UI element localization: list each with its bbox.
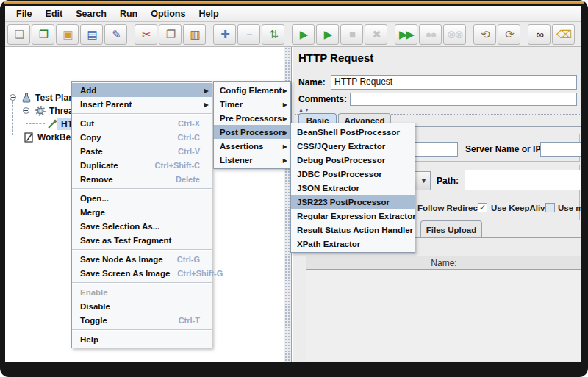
menu-item-copy[interactable]: CopyCtrl-C bbox=[72, 130, 212, 144]
window-title-stripe bbox=[4, 1, 584, 4]
submenu-item-xpath-extractor[interactable]: XPath Extractor bbox=[291, 237, 415, 251]
server-name-input[interactable] bbox=[540, 142, 581, 157]
submenu-item-timer[interactable]: Timer bbox=[214, 97, 290, 111]
menu-run[interactable]: Run bbox=[113, 7, 144, 21]
path-label: Path: bbox=[437, 176, 459, 186]
menu-item-save-node-as-image[interactable]: Save Node As ImageCtrl-G bbox=[72, 252, 212, 266]
tree-node-test-plan[interactable]: Test Plan bbox=[21, 91, 74, 104]
menu-item-disable[interactable]: Disable bbox=[72, 299, 212, 313]
open-file-button[interactable]: ▣ bbox=[56, 24, 79, 45]
remote-start-all-button[interactable]: ▶▶ bbox=[395, 24, 417, 45]
stop-button[interactable]: ■ bbox=[340, 24, 363, 45]
menu-separator bbox=[72, 280, 212, 285]
tree-expand-knob[interactable] bbox=[23, 107, 29, 114]
templates-button[interactable]: ❒ bbox=[32, 24, 54, 45]
submenu-item-result-status-action-handler[interactable]: Result Status Action Handler bbox=[291, 223, 415, 237]
expand-all-button[interactable]: ✚ bbox=[213, 24, 236, 45]
collapse-all-button[interactable]: − bbox=[237, 24, 260, 45]
start-no-pauses-button[interactable]: ▶ bbox=[316, 24, 339, 45]
submenu-item-listener[interactable]: Listener bbox=[214, 153, 290, 167]
menu-item-enable[interactable]: Enable bbox=[72, 285, 212, 299]
menu-item-duplicate[interactable]: DuplicateCtrl+Shift-C bbox=[72, 158, 212, 172]
submenu-item-json-extractor[interactable]: JSON Extractor bbox=[291, 181, 415, 195]
name-input[interactable]: HTTP Request bbox=[331, 75, 577, 90]
menu-item-toggle[interactable]: ToggleCtrl-T bbox=[72, 313, 212, 327]
start-button[interactable]: ▶ bbox=[292, 24, 315, 45]
shutdown-button[interactable]: ✖ bbox=[365, 24, 387, 45]
submenu-item-post-processors[interactable]: Post Processors bbox=[214, 125, 290, 139]
tab-files-upload[interactable]: Files Upload bbox=[420, 220, 482, 238]
split-arrows-icon[interactable]: ▲▼ bbox=[298, 107, 310, 112]
tree-expand-knob[interactable] bbox=[10, 94, 16, 101]
menu-item-paste[interactable]: PasteCtrl-V bbox=[72, 144, 212, 158]
clear-button[interactable]: ⟲ bbox=[473, 24, 496, 45]
menu-options[interactable]: Options bbox=[144, 7, 192, 21]
toolbar-icon: ⌫ bbox=[556, 29, 570, 40]
chevron-down-icon: ▼ bbox=[420, 177, 427, 184]
submenu-item-css-jquery-extractor[interactable]: CSS/JQuery Extractor bbox=[291, 139, 415, 153]
copy-button[interactable]: ❐ bbox=[159, 24, 182, 45]
save-button[interactable]: ▤ bbox=[80, 24, 103, 45]
menu-edit[interactable]: Edit bbox=[39, 7, 70, 21]
submenu-item-assertions[interactable]: Assertions bbox=[214, 139, 290, 153]
submenu-item-jdbc-postprocessor[interactable]: JDBC PostProcessor bbox=[291, 167, 415, 181]
use-keepalive-label: Use KeepAlive bbox=[491, 204, 550, 212]
application-area: File Edit Search Run Options Help ❏ ❒ bbox=[5, 6, 581, 362]
toolbar-icon: ●● bbox=[425, 29, 435, 40]
use-keepalive-checkbox[interactable]: ✓ bbox=[478, 203, 487, 212]
thread-group-gear-icon bbox=[35, 105, 46, 117]
remote-stop-all-button[interactable]: ●● bbox=[419, 24, 442, 45]
tree-node-label: Test Plan bbox=[35, 93, 74, 103]
menu-item-save-selection-as[interactable]: Save Selection As... bbox=[72, 219, 212, 233]
use-multipart-checkbox[interactable] bbox=[545, 203, 555, 212]
submenu-item-pre-processors[interactable]: Pre Processors bbox=[214, 111, 290, 125]
menu-item-insert-parent[interactable]: Insert Parent bbox=[72, 97, 212, 111]
submenu-item-beanshell-postprocessor[interactable]: BeanShell PostProcessor bbox=[291, 125, 415, 139]
paste-button[interactable]: ▥ bbox=[183, 24, 206, 45]
menu-help[interactable]: Help bbox=[192, 7, 225, 21]
search-reset-button[interactable]: ⌫ bbox=[552, 24, 575, 45]
menu-item-save-screen-as-image[interactable]: Save Screen As ImageCtrl+Shift-G bbox=[72, 266, 212, 280]
files-table-body[interactable] bbox=[306, 270, 581, 361]
toolbar-icon: ⟳ bbox=[505, 29, 513, 40]
toolbar-separator bbox=[129, 24, 133, 45]
menu-item-cut[interactable]: CutCtrl-X bbox=[72, 116, 212, 130]
jmeter-window: File Edit Search Run Options Help ❏ ❒ bbox=[0, 0, 588, 377]
comments-label: Comments: bbox=[298, 94, 347, 104]
menu-item-open[interactable]: Open... bbox=[72, 191, 212, 205]
submenu-item-jsr223-postprocessor[interactable]: JSR223 PostProcessor bbox=[291, 195, 415, 209]
toolbar-icon: ▶▶ bbox=[399, 29, 413, 40]
menu-item-save-as-test-fragment[interactable]: Save as Test Fragment bbox=[72, 233, 212, 247]
menu-item-merge[interactable]: Merge bbox=[72, 205, 212, 219]
submenu-item-regular-expression-extractor[interactable]: Regular Expression Extractor bbox=[291, 209, 415, 223]
remote-shutdown-all-button[interactable]: ⊗⊗ bbox=[443, 24, 466, 45]
toolbar-icon: ∞ bbox=[536, 29, 542, 40]
menubar: File Edit Search Run Options Help bbox=[5, 6, 581, 22]
toolbar-icon: ▣ bbox=[62, 29, 71, 40]
cut-button[interactable]: ✂ bbox=[135, 24, 157, 45]
menu-file[interactable]: File bbox=[10, 7, 39, 21]
workbench-notepad-icon bbox=[23, 132, 35, 143]
comments-input[interactable] bbox=[350, 93, 577, 106]
menu-item-add[interactable]: Add bbox=[72, 83, 212, 97]
toolbar-icon: − bbox=[246, 29, 251, 40]
search-button[interactable]: ∞ bbox=[528, 24, 551, 45]
clear-all-button[interactable]: ⟳ bbox=[498, 24, 520, 45]
toolbar-icon: ❐ bbox=[166, 29, 174, 40]
toolbar-icon: ⇅ bbox=[269, 29, 277, 40]
toolbar-icon: ❏ bbox=[15, 29, 23, 40]
path-input[interactable] bbox=[465, 170, 581, 190]
new-file-button[interactable]: ❏ bbox=[7, 24, 30, 45]
submenu-item-config-element[interactable]: Config Element bbox=[214, 83, 290, 97]
toggle-button[interactable]: ⇅ bbox=[262, 24, 284, 45]
test-plan-flask-icon bbox=[21, 92, 32, 104]
menu-item-help[interactable]: Help bbox=[72, 332, 212, 346]
submenu-item-debug-postprocessor[interactable]: Debug PostProcessor bbox=[291, 153, 415, 167]
menu-separator bbox=[72, 186, 212, 191]
menu-search[interactable]: Search bbox=[69, 7, 113, 21]
toolbar-separator bbox=[467, 24, 472, 45]
files-table-header-name: Name: bbox=[431, 258, 456, 268]
menu-item-remove[interactable]: RemoveDelete bbox=[72, 172, 212, 186]
toolbar-separator bbox=[522, 24, 526, 45]
save-as-button[interactable]: ✎ bbox=[104, 24, 127, 45]
